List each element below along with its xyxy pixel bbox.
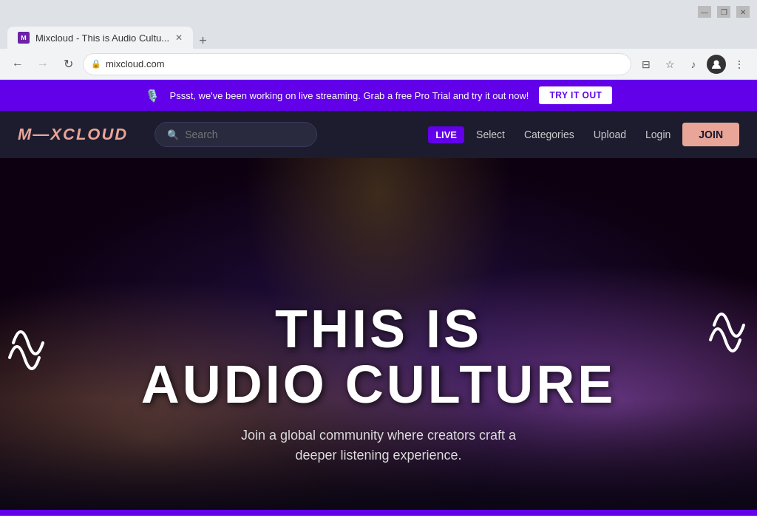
tab-close-button[interactable]: ✕ — [175, 33, 183, 43]
login-link[interactable]: Login — [638, 124, 678, 145]
browser-menu-button[interactable]: ⋮ — [729, 54, 750, 75]
media-button[interactable]: ♪ — [683, 54, 704, 75]
try-it-out-button[interactable]: TRY IT OUT — [539, 86, 612, 104]
select-link[interactable]: Select — [469, 124, 512, 145]
active-tab[interactable]: M Mixcloud - This is Audio Cultu... ✕ — [7, 27, 193, 49]
profile-avatar[interactable] — [707, 55, 726, 74]
tab-title: Mixcloud - This is Audio Cultu... — [35, 33, 169, 44]
hero-title-line2: AUDIO CULTURE — [120, 355, 637, 414]
live-badge[interactable]: LIVE — [428, 126, 464, 143]
lock-icon: 🔒 — [91, 59, 101, 69]
bookmarks-button[interactable]: ⊟ — [636, 54, 656, 75]
forward-button[interactable]: → — [33, 54, 53, 75]
promo-emoji: 🎙️ — [145, 89, 160, 103]
window-controls: — ❐ ✕ — [698, 6, 750, 18]
nav-right-controls: ⊟ ☆ ♪ ⋮ — [636, 54, 750, 75]
promo-text: Pssst, we've been working on live stream… — [170, 90, 529, 101]
hero-subtitle: Join a global community where creators c… — [120, 426, 637, 466]
title-bar: — ❐ ✕ — [0, 0, 757, 24]
back-button[interactable]: ← — [7, 54, 28, 75]
join-button[interactable]: JOIN — [682, 123, 739, 146]
hero-content: THIS IS AUDIO CULTURE Join a global comm… — [120, 302, 637, 466]
nav-links: LIVE Select Categories Upload Login JOIN — [428, 123, 739, 146]
site-logo[interactable]: M—XCLOUD — [18, 125, 128, 144]
promo-banner: 🎙️ Pssst, we've been working on live str… — [0, 80, 757, 111]
hero-subtitle-line1: Join a global community where creators c… — [241, 428, 516, 443]
minimize-button[interactable]: — — [698, 6, 711, 18]
wave-decoration-right — [707, 288, 751, 365]
close-button[interactable]: ✕ — [736, 6, 750, 18]
search-box[interactable]: 🔍 — [155, 122, 317, 147]
tab-bar: M Mixcloud - This is Audio Cultu... ✕ + — [0, 24, 757, 49]
address-text: mixcloud.com — [106, 58, 164, 69]
bottom-accent-bar — [0, 510, 757, 516]
tab-favicon: M — [18, 32, 30, 44]
categories-link[interactable]: Categories — [517, 124, 582, 145]
upload-link[interactable]: Upload — [586, 124, 634, 145]
hero-section: THIS IS AUDIO CULTURE Join a global comm… — [0, 158, 757, 510]
browser-chrome: — ❐ ✕ M Mixcloud - This is Audio Cultu..… — [0, 0, 757, 80]
favorite-button[interactable]: ☆ — [659, 54, 680, 75]
wave-decoration-left — [6, 306, 50, 383]
maximize-button[interactable]: ❐ — [717, 6, 730, 18]
site-nav: M—XCLOUD 🔍 LIVE Select Categories Upload… — [0, 111, 757, 158]
new-tab-button[interactable]: + — [193, 33, 213, 49]
address-bar[interactable]: 🔒 mixcloud.com — [83, 53, 631, 75]
hero-title-line1: THIS IS — [120, 302, 637, 355]
site-content: 🎙️ Pssst, we've been working on live str… — [0, 80, 757, 516]
search-input[interactable] — [185, 129, 305, 140]
refresh-button[interactable]: ↻ — [58, 54, 78, 75]
search-icon: 🔍 — [167, 129, 179, 140]
navigation-bar: ← → ↻ 🔒 mixcloud.com ⊟ ☆ ♪ ⋮ — [0, 49, 757, 80]
hero-subtitle-line2: deeper listening experience. — [295, 448, 461, 463]
